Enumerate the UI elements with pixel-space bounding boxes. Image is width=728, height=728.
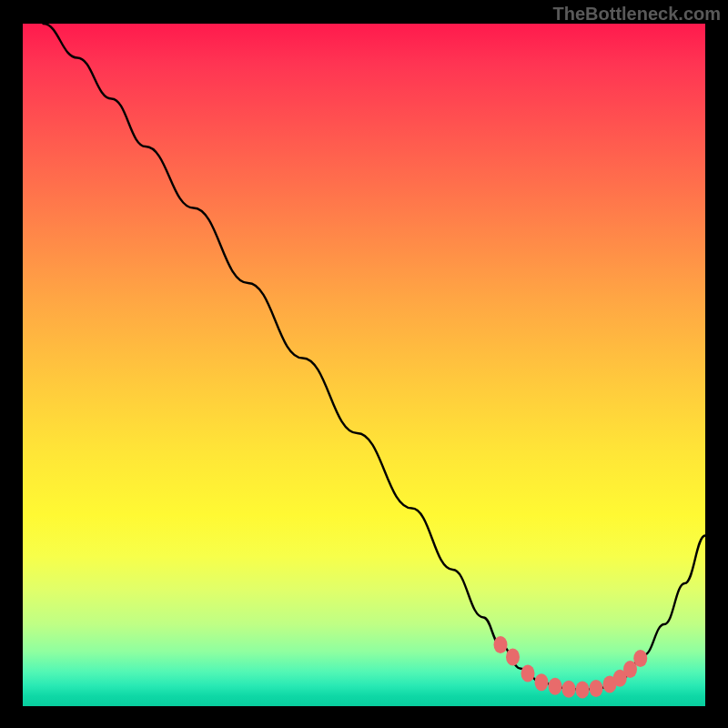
marker-bead xyxy=(576,682,590,699)
marker-bead xyxy=(506,649,520,666)
marker-bead xyxy=(494,636,508,653)
marker-bead xyxy=(633,650,647,667)
marker-bead xyxy=(590,680,603,697)
bottleneck-curve xyxy=(44,24,706,690)
plot-area xyxy=(23,24,705,706)
chart-svg xyxy=(23,24,705,706)
source-watermark: TheBottleneck.com xyxy=(553,4,721,25)
marker-bead xyxy=(521,665,535,682)
chart-frame: TheBottleneck.com xyxy=(0,0,728,728)
marker-bead xyxy=(549,678,562,695)
marker-bead xyxy=(535,673,549,691)
marker-bead xyxy=(562,681,576,698)
